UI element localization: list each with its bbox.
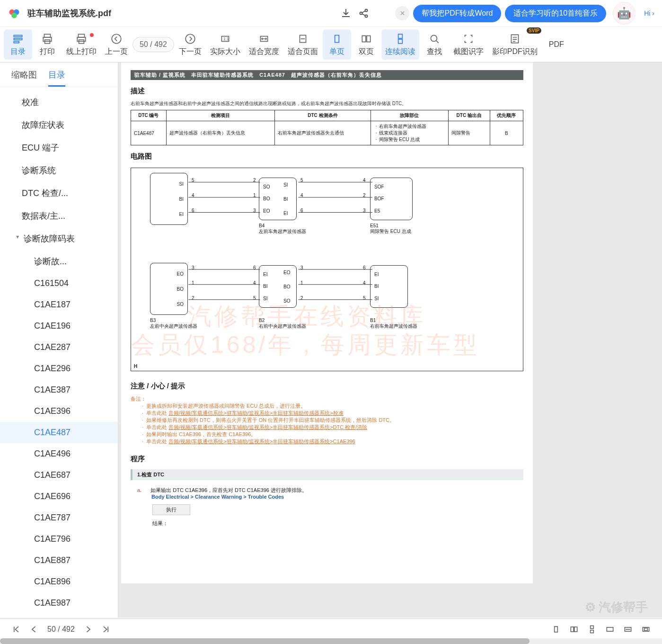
svg-rect-24: [398, 34, 403, 38]
brand-watermark: ⚙汽修帮手: [585, 599, 648, 616]
tool-prev-page[interactable]: 上一页: [101, 29, 132, 60]
tab-thumbnails[interactable]: 缩略图: [11, 69, 37, 87]
tool-pdf-ocr[interactable]: SVIP影印PDF识别: [488, 29, 541, 60]
content-area: 缩略图 目录 校准故障症状表ECU 端子诊断系统DTC 检查/...数据表/主.…: [0, 63, 662, 617]
toc-item[interactable]: 校准: [0, 91, 118, 114]
svg-point-16: [185, 34, 195, 44]
toc-item[interactable]: C1AE887: [0, 550, 118, 571]
watermark-2: 会员仅168/年，每周更新车型: [131, 329, 480, 361]
titlebar: 驻车辅助监视系统.pdf × 帮我把PDF转成Word 适合学习听的10首纯音乐…: [0, 0, 662, 27]
svg-point-15: [112, 34, 121, 44]
tool-next-page[interactable]: 下一页: [175, 29, 205, 60]
svg-rect-8: [14, 41, 19, 43]
sidebar: 缩略图 目录 校准故障症状表ECU 端子诊断系统DTC 检查/...数据表/主.…: [0, 63, 118, 617]
toc-item[interactable]: ECU 端子: [0, 136, 118, 159]
result-label: 结果：: [152, 520, 523, 527]
download-icon[interactable]: [340, 8, 352, 19]
close-suggestion-button[interactable]: ×: [395, 6, 409, 20]
toc-item[interactable]: C1AE687: [0, 465, 118, 486]
toc-item[interactable]: C1AE787: [0, 507, 118, 528]
toc-list[interactable]: 校准故障症状表ECU 端子诊断系统DTC 检查/...数据表/主...诊断故障码…: [0, 87, 118, 617]
toc-item[interactable]: C1AE396: [0, 401, 118, 422]
toc-item[interactable]: C1AE296: [0, 358, 118, 379]
share-icon[interactable]: [358, 8, 370, 19]
toc-item[interactable]: DTC 检查/...: [0, 182, 118, 205]
heading-procedure: 程序: [131, 455, 523, 464]
tool-continuous[interactable]: 连续阅读: [381, 29, 419, 60]
toc-item[interactable]: C161504: [0, 273, 118, 294]
step-text: 如果输出 DTC C1AE396，应首先对 DTC C1AE396 进行故障排除…: [150, 487, 307, 493]
svg-rect-21: [335, 35, 339, 42]
heading-notes: 注意 / 小心 / 提示: [131, 382, 523, 391]
toc-item[interactable]: 故障症状表: [0, 114, 118, 136]
suggestion-pill-2[interactable]: 适合学习听的10首纯音乐: [505, 5, 606, 22]
tool-print[interactable]: 打印: [33, 29, 62, 60]
tool-actual-size[interactable]: 1:1实际大小: [206, 29, 244, 60]
sidebar-tabs: 缩略图 目录: [0, 63, 118, 87]
breadcrumb-link[interactable]: Body Electrical > Clearance Warning > Tr…: [151, 494, 284, 500]
toc-item[interactable]: C1AE496: [0, 443, 118, 465]
svg-point-2: [11, 13, 17, 18]
heading-circuit: 电路图: [131, 152, 523, 161]
svg-rect-25: [398, 39, 403, 44]
tool-pdf-more[interactable]: PDF: [542, 29, 571, 60]
description-text: 右前车角超声波传感器和右前中央超声波传感器之间的通信线路出现断路或短路，或右前车…: [131, 100, 523, 107]
svg-rect-6: [14, 35, 22, 36]
app-logo-icon: [8, 7, 21, 20]
toc-item[interactable]: C1AE387: [0, 379, 118, 401]
tool-double-page[interactable]: 双页: [352, 29, 380, 60]
toc-item[interactable]: 诊断故...: [0, 250, 118, 273]
greeting[interactable]: Hi ›: [644, 9, 654, 17]
dtc-table: DTC 编号 检测项目 DTC 检测条件 故障部位 DTC 输出自 优先顺序 C…: [131, 110, 523, 145]
circuit-diagram: SIBIEI SOBOEO SIBIEI SOFBOFE5 52 41 63 5…: [131, 168, 523, 371]
heading-description: 描述: [131, 87, 523, 96]
toc-item[interactable]: C1AE987: [0, 592, 118, 614]
svg-point-26: [431, 35, 437, 41]
toc-item[interactable]: C1AE696: [0, 486, 118, 507]
tool-fit-page[interactable]: 适合页面: [284, 29, 322, 60]
svg-rect-7: [14, 38, 22, 39]
tool-online-print[interactable]: 线上打印: [62, 29, 100, 60]
notes-block: 备注： 更换或拆卸和安装超声波传感器或间隙警告 ECU 总成后，进行注册。单击此…: [131, 395, 523, 445]
tool-fit-width[interactable]: 适合宽度: [245, 29, 283, 60]
toc-item[interactable]: 诊断系统: [0, 159, 118, 182]
tool-single-page[interactable]: 单页: [323, 29, 351, 60]
page-number-input[interactable]: 50 / 492: [132, 37, 174, 52]
toc-item[interactable]: C1AE187: [0, 294, 118, 315]
toolbar: 目录 打印 线上打印 上一页 50 / 492 下一页 1:1实际大小 适合宽度…: [0, 27, 662, 63]
tab-toc[interactable]: 目录: [48, 69, 65, 87]
toc-item[interactable]: 诊断故障码表: [0, 227, 118, 250]
tool-ocr-crop[interactable]: 截图识字: [450, 29, 487, 60]
suggestion-pill-1[interactable]: 帮我把PDF转成Word: [413, 5, 501, 22]
svg-rect-22: [362, 36, 366, 42]
toc-item[interactable]: C1AE796: [0, 528, 118, 550]
page: 驻车辅助 / 监视系统 丰田驻车辅助传感器系统 C1AE487 超声波传感器（右…: [121, 63, 533, 583]
dtc-code: C1AE487: [131, 121, 167, 145]
toc-item[interactable]: 数据表/主...: [0, 205, 118, 227]
document-viewport[interactable]: 驻车辅助 / 监视系统 丰田驻车辅助传感器系统 C1AE487 超声波传感器（右…: [118, 63, 662, 617]
page-header-bar: 驻车辅助 / 监视系统 丰田驻车辅助传感器系统 C1AE487 超声波传感器（右…: [131, 70, 523, 80]
toc-item[interactable]: C1AE287: [0, 337, 118, 358]
toc-item[interactable]: C1AE196: [0, 315, 118, 337]
execute-button[interactable]: 执行: [153, 505, 190, 515]
step-label-a: a.: [137, 487, 141, 493]
step-header: 1.检查 DTC: [131, 469, 523, 480]
svg-rect-12: [79, 34, 85, 37]
svg-rect-23: [367, 36, 371, 42]
svg-text:1:1: 1:1: [223, 36, 229, 41]
toc-item[interactable]: C1AE487: [0, 422, 118, 443]
toc-item[interactable]: C1AE896: [0, 571, 118, 592]
tool-find[interactable]: 查找: [420, 29, 449, 60]
tool-toc[interactable]: 目录: [4, 29, 32, 60]
document-title: 驻车辅助监视系统.pdf: [27, 8, 111, 19]
avatar[interactable]: 🤖: [613, 2, 636, 25]
svg-rect-9: [44, 34, 51, 37]
